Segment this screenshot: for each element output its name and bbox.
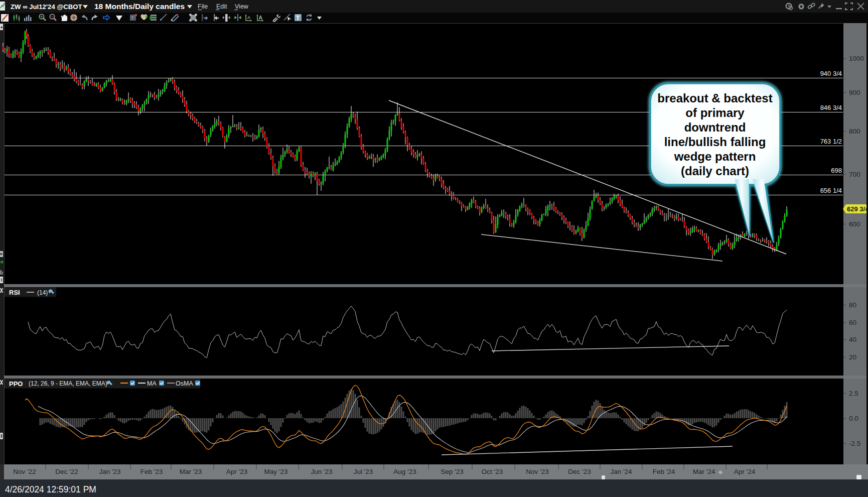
svg-text:Apr '23: Apr '23 — [226, 468, 247, 475]
svg-text:File: File — [198, 3, 208, 10]
svg-text:Feb '23: Feb '23 — [140, 468, 163, 475]
svg-text:900: 900 — [849, 89, 860, 96]
svg-text:763 1/2: 763 1/2 — [820, 138, 842, 145]
svg-text:PPO: PPO — [9, 380, 23, 388]
svg-text:wedge pattern: wedge pattern — [674, 150, 756, 163]
svg-text:MA: MA — [147, 380, 157, 387]
svg-text:600: 600 — [849, 220, 860, 228]
svg-text:Mar '24: Mar '24 — [693, 468, 715, 475]
svg-text:Apr '24: Apr '24 — [734, 468, 756, 475]
svg-text:2.5: 2.5 — [849, 390, 858, 397]
svg-text:May '23: May '23 — [264, 468, 288, 475]
svg-text:RSI: RSI — [9, 289, 20, 296]
svg-text:Aug '23: Aug '23 — [393, 468, 416, 475]
svg-text:1000: 1000 — [849, 55, 864, 62]
svg-text:656 1/4: 656 1/4 — [820, 187, 842, 194]
svg-text:(12, 26, 9 - EMA, EMA, EMA): (12, 26, 9 - EMA, EMA, EMA) — [29, 380, 107, 387]
svg-text:80: 80 — [849, 301, 856, 309]
svg-text:Jun '23: Jun '23 — [311, 468, 332, 475]
svg-text:(daily chart): (daily chart) — [681, 164, 749, 178]
svg-text:Jul '23: Jul '23 — [354, 468, 373, 475]
svg-text:(14): (14) — [37, 289, 48, 296]
svg-text:698: 698 — [831, 167, 842, 174]
svg-text:Sep '23: Sep '23 — [441, 468, 463, 475]
svg-text:OsMA: OsMA — [176, 380, 193, 387]
svg-text:18 Months/Daily candles: 18 Months/Daily candles — [94, 2, 185, 11]
svg-text:A: A — [259, 15, 263, 21]
svg-text:700: 700 — [849, 171, 860, 178]
svg-text:Edit: Edit — [216, 3, 227, 10]
svg-text:breakout & backtest: breakout & backtest — [657, 91, 772, 105]
svg-text:-2.5: -2.5 — [849, 440, 860, 447]
svg-text:Feb '24: Feb '24 — [653, 468, 675, 475]
svg-text:846 3/4: 846 3/4 — [820, 104, 842, 111]
svg-text:940 3/4: 940 3/4 — [820, 70, 842, 77]
svg-text:Jan '23: Jan '23 — [99, 468, 120, 475]
svg-text:20: 20 — [849, 353, 856, 361]
svg-text:629 3/4: 629 3/4 — [847, 205, 868, 213]
svg-text:line/bullish falling: line/bullish falling — [664, 135, 766, 149]
svg-text:A: A — [247, 15, 250, 20]
svg-text:Jan '24: Jan '24 — [610, 468, 632, 475]
svg-text:of primary: of primary — [685, 106, 745, 119]
svg-text:Nov '22: Nov '22 — [13, 468, 36, 475]
svg-text:Dec '23: Dec '23 — [568, 468, 591, 475]
svg-text:Dec '22: Dec '22 — [55, 468, 78, 475]
svg-text:downtrend: downtrend — [684, 120, 746, 134]
svg-text:800: 800 — [849, 128, 860, 135]
svg-text:Mar '23: Mar '23 — [180, 468, 202, 475]
svg-text:0.0: 0.0 — [849, 415, 858, 422]
svg-text:4/26/2024 12:59:01 PM: 4/26/2024 12:59:01 PM — [5, 484, 96, 494]
svg-text:View: View — [235, 3, 249, 10]
svg-text:Nov '23: Nov '23 — [526, 468, 548, 475]
svg-text:60: 60 — [849, 319, 856, 326]
svg-text:T: T — [296, 15, 300, 22]
svg-text:ZW ∞ Jul12'24 @CBOT: ZW ∞ Jul12'24 @CBOT — [11, 3, 82, 11]
svg-text:40: 40 — [849, 336, 856, 343]
svg-text:Oct '23: Oct '23 — [482, 468, 503, 475]
